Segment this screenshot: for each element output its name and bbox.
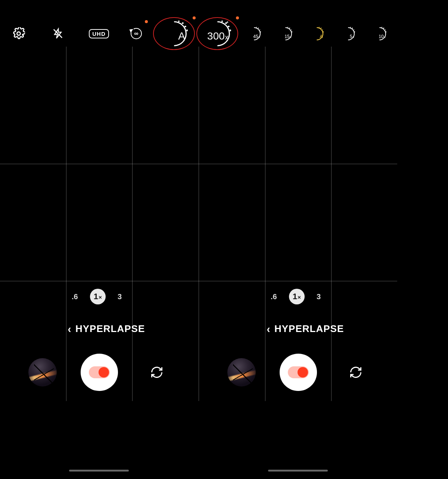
zoom-3x[interactable]: 3	[118, 292, 122, 301]
highlight-ring	[153, 17, 195, 50]
record-toggle-icon	[89, 366, 110, 378]
highlight-ring	[196, 17, 238, 50]
switch-camera-button[interactable]	[148, 363, 166, 381]
notif-dot	[145, 20, 148, 23]
gear-icon	[12, 27, 25, 40]
shutter-button[interactable]	[81, 354, 118, 391]
nav-bar[interactable]	[268, 470, 328, 472]
zoom-.6x[interactable]: .6	[72, 292, 78, 301]
mode-selector[interactable]: ‹HYPERLAPSE	[68, 323, 145, 335]
zoom-.6x[interactable]: .6	[271, 292, 277, 301]
switch-camera-button[interactable]	[347, 363, 365, 381]
switch-camera-icon	[150, 366, 164, 379]
zoom-3x[interactable]: 3	[317, 292, 321, 301]
zoom-picker[interactable]: .61×3	[72, 289, 122, 304]
speed-5x-icon: 5x	[339, 25, 357, 42]
timer-button[interactable]: ∞	[119, 19, 153, 48]
speed-speed-15x-button[interactable]: 15x	[270, 19, 301, 48]
speed-speed-auto-2-button[interactable]: A	[301, 19, 332, 48]
uhd-badge: UHD	[89, 29, 109, 38]
svg-point-0	[17, 32, 20, 35]
speed-speed-10x-button[interactable]: 10x	[364, 19, 395, 48]
quality-button[interactable]: UHD	[78, 19, 119, 48]
settings-button[interactable]	[0, 19, 37, 48]
nav-bar[interactable]	[69, 470, 129, 472]
speed-10x-icon: 10x	[371, 25, 388, 42]
chevron-left-icon: ‹	[267, 323, 271, 335]
speed-15x-icon: 15x	[277, 25, 294, 42]
mode-selector[interactable]: ‹HYPERLAPSE	[267, 323, 344, 335]
mode-label: HYPERLAPSE	[274, 323, 344, 335]
record-toggle-icon	[288, 366, 309, 378]
mode-label: HYPERLAPSE	[75, 323, 145, 335]
flash-off-icon	[52, 27, 63, 40]
notif-dot	[193, 16, 196, 19]
shutter-button[interactable]	[280, 354, 317, 391]
speed-300x-button[interactable]: 300x	[196, 17, 238, 50]
speed-Ax-icon: A	[308, 25, 325, 42]
speed-45x-icon: 45x	[245, 25, 262, 42]
switch-camera-icon	[349, 366, 363, 379]
speed-speed-45x-button[interactable]: 45x	[238, 19, 270, 48]
flash-button[interactable]	[37, 19, 78, 48]
zoom-1x-selected[interactable]: 1×	[289, 289, 305, 304]
zoom-1x-selected[interactable]: 1×	[90, 289, 106, 304]
gallery-thumbnail[interactable]	[28, 358, 57, 386]
zoom-picker[interactable]: .61×3	[271, 289, 321, 304]
gallery-thumbnail[interactable]	[227, 358, 256, 386]
speed-speed-5x-button[interactable]: 5x	[332, 19, 364, 48]
speed-auto-button[interactable]: A	[153, 17, 195, 50]
rule-of-thirds-grid	[0, 47, 397, 401]
timer-infinity-icon: ∞	[129, 26, 143, 41]
top-toolbar: UHD ∞ A	[0, 19, 448, 48]
chevron-left-icon: ‹	[68, 323, 72, 335]
notif-dot	[236, 16, 239, 19]
